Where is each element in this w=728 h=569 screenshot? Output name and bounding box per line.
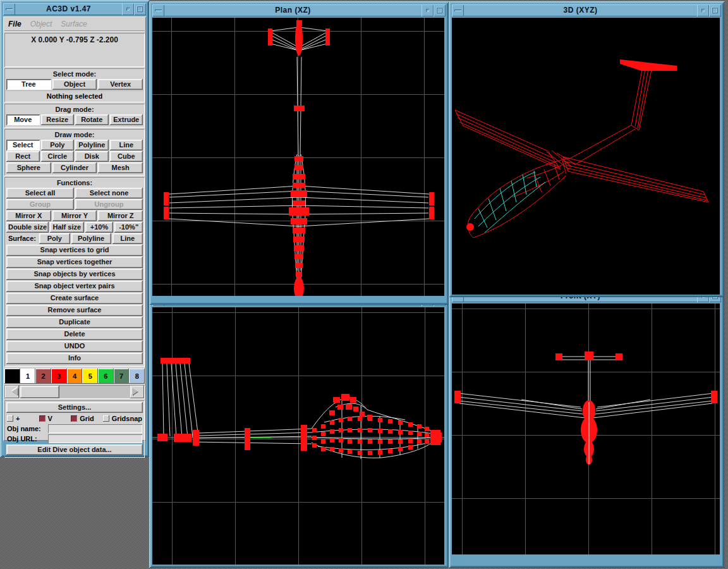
draw-cylinder-button[interactable]: Cylinder (52, 162, 97, 173)
drag-mode-section: Drag mode: Move Resize Rotate Extrude (4, 104, 145, 128)
draw-select-button[interactable]: Select (6, 140, 40, 150)
half-size-button[interactable]: Half size (50, 222, 84, 233)
palette-swatch-6[interactable]: 6 (98, 369, 114, 384)
window-menu-button[interactable] (452, 4, 464, 16)
surface-poly-button[interactable]: Poly (39, 233, 70, 244)
palette-swatch-4[interactable]: 4 (67, 369, 83, 384)
checkbox-gridsnap[interactable]: Gridsnap (103, 415, 142, 422)
palette-swatch-5[interactable]: 5 (82, 369, 98, 384)
checkbox-v[interactable]: V (39, 415, 69, 422)
gridsnap-checkbox-indicator[interactable] (103, 415, 109, 422)
maximize-button[interactable] (434, 4, 446, 16)
surface-polyline-button[interactable]: Polyline (71, 233, 111, 244)
select-none-button[interactable]: Select none (75, 188, 143, 199)
mirror-x-button[interactable]: Mirror X (6, 211, 51, 221)
obj-name-input[interactable] (48, 424, 142, 433)
obj-url-input[interactable] (48, 434, 142, 443)
snap-vertices-together-button[interactable]: Snap vertices together (6, 257, 143, 268)
select-mode-vertex-button[interactable]: Vertex (98, 79, 143, 90)
side-viewport[interactable] (152, 307, 444, 565)
mirror-y-button[interactable]: Mirror Y (52, 211, 97, 221)
window-menu-button[interactable] (3, 3, 15, 15)
grid-checkbox-label: Grid (80, 415, 94, 422)
plan-titlebar[interactable]: Plan (XZ) (152, 4, 446, 16)
plan-viewport[interactable] (152, 18, 444, 296)
select-mode-object-button[interactable]: Object (52, 79, 97, 90)
info-button[interactable]: Info (6, 353, 143, 364)
draw-poly-button[interactable]: Poly (41, 140, 75, 150)
scroll-left-arrow-icon[interactable] (5, 386, 19, 398)
window-menu-button[interactable] (152, 4, 164, 16)
scrollbar-thumb[interactable] (20, 386, 59, 398)
plan-window: Plan (XZ) (149, 1, 449, 305)
front-viewport[interactable] (452, 303, 720, 554)
drag-rotate-button[interactable]: Rotate (75, 114, 109, 125)
draw-polyline-button[interactable]: Polyline (75, 140, 109, 150)
functions-section: Functions: Select all Select none Group … (4, 177, 145, 367)
palette-swatch-3[interactable]: 3 (51, 369, 67, 384)
duplicate-button[interactable]: Duplicate (6, 317, 143, 328)
palette-swatch-8[interactable]: 8 (129, 369, 145, 384)
scroll-right-arrow-icon[interactable] (130, 386, 144, 398)
surface-row-label: Surface: (6, 233, 38, 244)
remove-surface-button[interactable]: Remove surface (6, 305, 143, 316)
plus-10pct-button[interactable]: +10% (85, 222, 114, 233)
menu-file[interactable]: File (8, 20, 21, 28)
v-checkbox-indicator[interactable] (39, 415, 46, 422)
settings-button[interactable]: Settings... (6, 402, 143, 413)
select-mode-section: Select mode: Tree Object Vertex Nothing … (4, 68, 145, 102)
drag-move-button[interactable]: Move (6, 114, 40, 125)
ungroup-button: Ungroup (75, 199, 143, 210)
drag-extrude-button[interactable]: Extrude (110, 114, 143, 125)
select-mode-label: Select mode: (6, 70, 143, 78)
draw-cube-button[interactable]: Cube (110, 151, 143, 162)
view3d-titlebar[interactable]: 3D (XYZ) (452, 4, 721, 16)
draw-circle-button[interactable]: Circle (41, 151, 75, 162)
draw-rect-button[interactable]: Rect (6, 151, 40, 162)
undo-button[interactable]: UNDO (6, 341, 143, 352)
plan-title: Plan (XZ) (164, 4, 422, 16)
view3d-window: 3D (XYZ) (449, 1, 724, 297)
main-titlebar[interactable]: AC3D v1.47 (3, 3, 146, 15)
double-size-button[interactable]: Double size (6, 222, 49, 233)
menubar: File Object Surface (4, 17, 145, 32)
plan-view-wireframe (152, 18, 444, 296)
minimize-button[interactable] (122, 3, 134, 15)
scrollbar-track[interactable] (59, 386, 130, 398)
menu-surface: Surface (61, 20, 87, 28)
palette-scrollbar[interactable] (4, 385, 145, 399)
select-mode-tree-button[interactable]: Tree (6, 79, 51, 90)
app-title: AC3D v1.47 (15, 3, 122, 15)
create-surface-button[interactable]: Create surface (6, 293, 143, 304)
minimize-button[interactable] (422, 4, 434, 16)
mirror-z-button[interactable]: Mirror Z (98, 211, 143, 221)
palette-swatch-7[interactable]: 7 (114, 369, 130, 384)
maximize-button[interactable] (134, 3, 146, 15)
checkbox-grid[interactable]: Grid (71, 415, 100, 422)
draw-mode-section: Draw mode: Select Poly Polyline Line Rec… (4, 129, 145, 176)
view3d-viewport[interactable] (452, 18, 720, 295)
edit-dive-object-data-button[interactable]: Edit Dive object data... (6, 444, 143, 455)
draw-line-button[interactable]: Line (110, 140, 143, 150)
checkbox-plus[interactable]: + (7, 415, 37, 422)
snap-objects-by-vertices-button[interactable]: Snap objects by vertices (6, 269, 143, 280)
delete-button[interactable]: Delete (6, 329, 143, 340)
draw-sphere-button[interactable]: Sphere (6, 162, 51, 173)
grid-checkbox-indicator[interactable] (71, 415, 77, 422)
palette-swatch-2[interactable]: 2 (35, 369, 51, 384)
palette-swatch-1[interactable]: 1 (20, 369, 36, 384)
maximize-button[interactable] (709, 4, 721, 16)
draw-mesh-button[interactable]: Mesh (98, 162, 143, 173)
view3d-wireframe (452, 18, 720, 295)
palette-swatch-black[interactable] (4, 369, 20, 384)
surface-line-button[interactable]: Line (112, 233, 143, 244)
snap-object-vertex-pairs-button[interactable]: Snap object vertex pairs (6, 281, 143, 292)
select-all-button[interactable]: Select all (6, 188, 74, 199)
minus-10pct-button[interactable]: -10%" (114, 222, 143, 233)
plus-checkbox-indicator[interactable] (7, 415, 13, 422)
minimize-button[interactable] (697, 4, 709, 16)
snap-vertices-to-grid-button[interactable]: Snap vertices to grid (6, 245, 143, 256)
drag-resize-button[interactable]: Resize (41, 114, 75, 125)
main-window: AC3D v1.47 File Object Surface X 0.000 Y… (0, 0, 149, 457)
draw-disk-button[interactable]: Disk (75, 151, 109, 162)
